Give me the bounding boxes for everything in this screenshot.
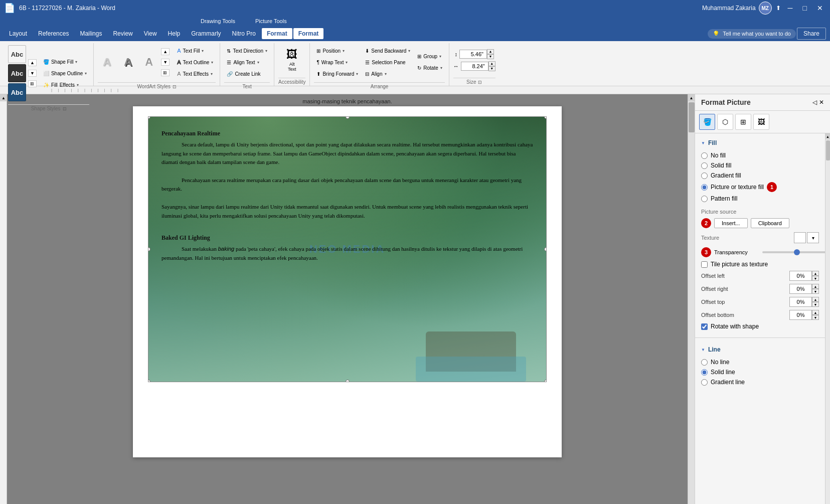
bring-forward-button[interactable]: ⬆ Bring Forward ▾ (314, 68, 361, 79)
send-backward-button[interactable]: ⬇ Send Backward ▾ (363, 45, 413, 56)
rotate-button[interactable]: ↻ Rotate ▾ (415, 63, 444, 74)
shape-style-1[interactable]: Abc (8, 45, 26, 63)
handle-mr[interactable] (544, 247, 547, 251)
panel-scroll-up[interactable]: ▲ (825, 133, 830, 139)
align-button[interactable]: ⊟ Align ▾ (363, 68, 413, 79)
line-section-header[interactable]: ▼ Line (701, 344, 819, 355)
alt-text-button[interactable]: 🖼 AltText (282, 46, 302, 74)
tab-picture[interactable]: 🖼 (753, 114, 769, 130)
offset-bottom-value[interactable]: 0% (789, 310, 812, 320)
minimize-button[interactable]: ─ (785, 4, 796, 12)
document-image[interactable]: NEO MEDIA Pencahayaan Realtime Secara de… (148, 116, 547, 382)
picture-fill-radio[interactable] (701, 184, 708, 191)
offset-left-up[interactable]: ▲ (812, 271, 819, 276)
handle-bc[interactable] (346, 380, 350, 382)
offset-top-up[interactable]: ▲ (812, 297, 819, 302)
menu-references[interactable]: References (33, 28, 74, 39)
shape-style-2[interactable]: Abc (8, 64, 26, 82)
fill-section-header[interactable]: ▼ Fill (701, 137, 819, 148)
tab-fill-effects[interactable]: 🪣 (699, 114, 715, 130)
menu-format-drawing[interactable]: Format (262, 28, 292, 39)
close-button[interactable]: ✕ (814, 4, 826, 12)
height-value[interactable]: 5.46" (459, 50, 487, 59)
wordart-style-1[interactable]: A (98, 50, 116, 74)
width-spin-up[interactable]: ▲ (488, 61, 495, 66)
shape-styles-up-icon[interactable]: ▲ (28, 59, 37, 66)
left-scroll-up[interactable]: ▲ (0, 94, 7, 101)
scroll-track[interactable] (688, 101, 695, 504)
wordart-down-icon[interactable]: ▼ (161, 59, 170, 66)
wordart-expand-btn[interactable]: ⊡ (173, 84, 177, 89)
panel-scroll-track[interactable] (825, 139, 830, 504)
wrap-text-button[interactable]: ¶ Wrap Text ▾ (314, 57, 361, 68)
wordart-style-2[interactable]: A (119, 50, 137, 74)
pattern-fill-radio[interactable] (701, 196, 708, 202)
text-fill-button[interactable]: A Text Fill ▾ (175, 45, 216, 56)
no-fill-radio[interactable] (701, 152, 708, 159)
offset-top-value[interactable]: 0% (789, 297, 812, 307)
tab-effects[interactable]: ⬡ (717, 114, 733, 130)
shape-styles-down-icon[interactable]: ▼ (28, 70, 37, 77)
scroll-up-btn[interactable]: ▲ (688, 94, 695, 101)
position-button[interactable]: ⊞ Position ▾ (314, 45, 361, 56)
selection-pane-button[interactable]: ☰ Selection Pane (363, 57, 413, 68)
panel-scroll-thumb[interactable] (826, 140, 830, 160)
gradient-fill-radio[interactable] (701, 173, 708, 179)
texture-dropdown-btn[interactable]: ▾ (807, 232, 819, 243)
panel-close-icon[interactable]: ✕ (819, 99, 824, 106)
wordart-up-icon[interactable]: ▲ (161, 48, 170, 55)
wordart-style-3[interactable]: A (140, 50, 158, 74)
rotate-checkbox[interactable] (701, 323, 708, 330)
handle-bl[interactable] (148, 380, 150, 382)
text-direction-button[interactable]: ⇅ Text Direction ▾ (224, 45, 270, 56)
maximize-button[interactable]: □ (800, 4, 810, 12)
menu-layout[interactable]: Layout (4, 28, 32, 39)
offset-right-down[interactable]: ▼ (812, 289, 819, 294)
handle-br[interactable] (544, 380, 547, 382)
menu-review[interactable]: Review (108, 28, 137, 39)
width-value[interactable]: 8.24" (461, 62, 488, 71)
menu-grammarly[interactable]: Grammarly (186, 28, 226, 39)
tab-layout[interactable]: ⊞ (735, 114, 751, 130)
clipboard-button[interactable]: Clipboard (751, 218, 789, 228)
height-spin-up[interactable]: ▲ (487, 49, 494, 54)
scroll-thumb[interactable] (689, 102, 695, 132)
offset-left-value[interactable]: 0% (789, 271, 812, 281)
align-text-button[interactable]: ☰ Align Text ▾ (224, 57, 270, 68)
offset-top-down[interactable]: ▼ (812, 302, 819, 307)
text-effects-button[interactable]: A Text Effects ▾ (175, 68, 216, 79)
gradient-line-radio[interactable] (701, 379, 708, 386)
handle-tr[interactable] (544, 116, 547, 119)
avatar[interactable]: MZ (759, 2, 772, 15)
height-spin-down[interactable]: ▼ (487, 54, 494, 59)
tell-me-box[interactable]: 💡 Tell me what you want to do (708, 29, 796, 39)
offset-bottom-up[interactable]: ▲ (812, 310, 819, 315)
solid-line-radio[interactable] (701, 369, 708, 376)
texture-preview[interactable] (794, 232, 806, 243)
solid-fill-radio[interactable] (701, 162, 708, 169)
transparency-slider[interactable] (762, 251, 825, 253)
menu-nitropro[interactable]: Nitro Pro (227, 28, 261, 39)
offset-right-up[interactable]: ▲ (812, 284, 819, 289)
width-spin-down[interactable]: ▼ (488, 66, 495, 71)
shape-styles-expand-icon[interactable]: ⊞ (28, 80, 37, 87)
share-button[interactable]: Share (797, 28, 826, 40)
menu-mailings[interactable]: Mailings (75, 28, 107, 39)
no-line-radio[interactable] (701, 359, 708, 366)
offset-bottom-down[interactable]: ▼ (812, 315, 819, 320)
panel-collapse-icon[interactable]: ◁ (812, 99, 817, 106)
shape-outline-button[interactable]: ⬜ Shape Outline ▾ (41, 68, 89, 79)
offset-right-value[interactable]: 0% (789, 284, 812, 294)
shape-fill-button[interactable]: 🪣 Shape Fill ▾ (41, 56, 89, 67)
menu-view[interactable]: View (139, 28, 162, 39)
size-expand-btn[interactable]: ⊡ (478, 80, 482, 85)
group-button[interactable]: ⊞ Group ▾ (415, 51, 444, 62)
tile-checkbox[interactable] (701, 261, 708, 268)
offset-left-down[interactable]: ▼ (812, 276, 819, 281)
menu-format-picture[interactable]: Format (293, 28, 324, 39)
insert-button[interactable]: Insert... (714, 218, 748, 228)
create-link-button[interactable]: 🔗 Create Link (224, 68, 270, 79)
menu-help[interactable]: Help (163, 28, 186, 39)
wordart-expand-icon[interactable]: ⊞ (161, 69, 170, 76)
ribbon-collapse-icon[interactable]: ⬆ (776, 5, 781, 12)
